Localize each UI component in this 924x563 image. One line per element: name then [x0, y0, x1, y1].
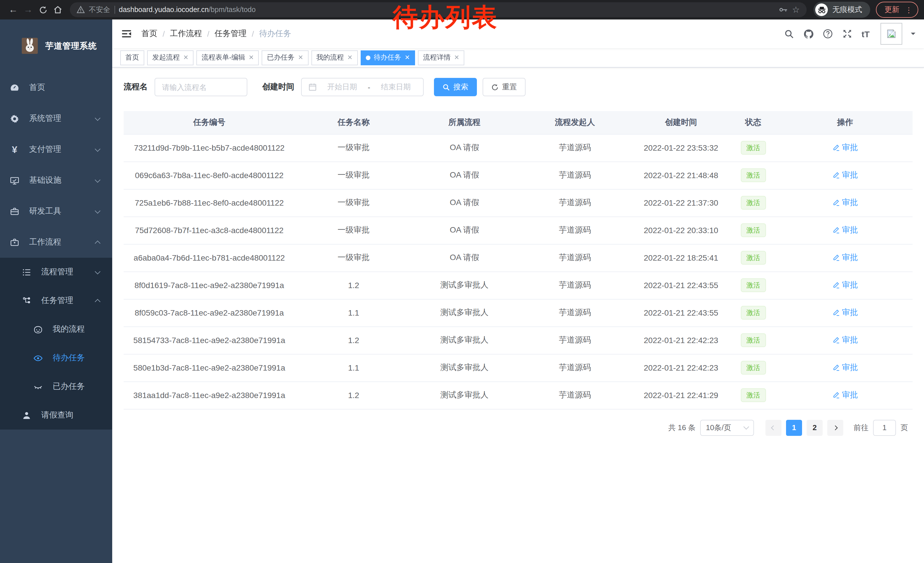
page-size-select[interactable]: 10条/页 — [700, 419, 754, 435]
start-date-placeholder[interactable]: 开始日期 — [322, 82, 363, 92]
status-badge: 激活 — [741, 333, 766, 347]
tab-process-detail[interactable]: 流程详情✕ — [418, 50, 464, 65]
approve-link[interactable]: 审批 — [832, 170, 858, 180]
table-row: 58154733-7ac8-11ec-a9e2-a2380e71991a 1.2… — [124, 326, 912, 354]
end-date-placeholder[interactable]: 结束日期 — [375, 82, 416, 92]
chevron-down-icon — [95, 268, 100, 274]
browser-update-button[interactable]: 更新 ⋮ — [876, 2, 918, 18]
process-name-input[interactable] — [162, 83, 240, 92]
sidebar-item-devtools[interactable]: 研发工具 — [0, 196, 112, 227]
table-row: 8f059c03-7ac8-11ec-a9e2-a2380e71991a 1.1… — [124, 299, 912, 326]
close-icon[interactable]: ✕ — [249, 54, 254, 61]
sidebar-item-leave-query[interactable]: 请假查询 — [0, 401, 112, 429]
url-text[interactable]: dashboard.yudao.iocoder.cn/bpm/task/todo — [119, 6, 256, 14]
tab-process-form-edit[interactable]: 流程表单-编辑✕ — [196, 50, 259, 65]
cell-task-name: 1.1 — [295, 354, 412, 381]
monitor-icon — [10, 176, 20, 185]
address-bar[interactable]: 不安全 dashboard.yudao.iocoder.cn/bpm/task/… — [70, 2, 807, 17]
approve-link[interactable]: 审批 — [832, 335, 858, 345]
fullscreen-icon[interactable] — [842, 29, 853, 39]
browser-reload-icon[interactable] — [36, 2, 50, 17]
close-icon[interactable]: ✕ — [347, 54, 352, 61]
edit-pencil-icon — [832, 254, 840, 261]
sidebar-logo[interactable]: 芋道管理系统 — [0, 20, 112, 72]
status-badge: 激活 — [741, 361, 766, 375]
prev-page-button[interactable] — [765, 419, 782, 435]
edit-pencil-icon — [832, 392, 840, 399]
page-unit-label: 页 — [900, 422, 908, 433]
breadcrumb-current: 待办任务 — [259, 29, 291, 39]
bookmark-star-icon[interactable]: ☆ — [792, 5, 800, 15]
browser-back-icon[interactable]: ← — [6, 2, 21, 17]
cell-task-name: 1.2 — [295, 272, 412, 299]
edit-pencil-icon — [832, 364, 840, 371]
table-row: 381aa1dd-7ac8-11ec-a9e2-a2380e71991a 1.2… — [124, 381, 912, 409]
cell-starter: 芋道源码 — [516, 326, 633, 354]
page-button-2[interactable]: 2 — [807, 419, 823, 435]
sidebar-item-workflow[interactable]: 工作流程 — [0, 227, 112, 258]
sidebar-item-done-task[interactable]: 已办任务 — [0, 372, 112, 401]
process-name-input-wrap — [154, 78, 248, 96]
close-icon[interactable]: ✕ — [454, 54, 459, 61]
page-button-1[interactable]: 1 — [786, 419, 802, 435]
edit-pencil-icon — [832, 336, 840, 344]
table-row: 069c6a63-7b8a-11ec-8ef0-acde48001122 一级审… — [124, 162, 912, 189]
chevron-down-icon — [95, 146, 100, 152]
screen: ← → 不安全 dashboard.yudao.iocoder.cn/bpm/t… — [0, 0, 924, 563]
approve-link[interactable]: 审批 — [832, 363, 858, 373]
breadcrumb-task-mgmt[interactable]: 任务管理 — [214, 29, 247, 39]
approve-link[interactable]: 审批 — [832, 308, 858, 318]
workflow-submenu: 流程管理 任务管理 我的流程 — [0, 258, 112, 429]
approve-link[interactable]: 审批 — [832, 198, 858, 208]
search-icon[interactable] — [784, 29, 795, 39]
github-icon[interactable] — [803, 29, 814, 39]
font-size-icon[interactable]: tT — [862, 29, 870, 39]
incognito-icon — [815, 3, 828, 16]
sidebar-item-process-mgmt[interactable]: 流程管理 — [0, 258, 112, 286]
close-icon[interactable]: ✕ — [298, 54, 303, 61]
breadcrumb-workflow[interactable]: 工作流程 — [170, 29, 202, 39]
sidebar-collapse-icon[interactable] — [121, 28, 132, 39]
close-icon[interactable]: ✕ — [183, 54, 188, 61]
security-label[interactable]: 不安全 — [89, 5, 110, 15]
cell-created: 2022-01-21 22:42:23 — [633, 354, 729, 381]
password-key-icon[interactable] — [779, 6, 788, 13]
sidebar-item-infra[interactable]: 基础设施 — [0, 165, 112, 196]
goto-page-input[interactable] — [873, 419, 896, 435]
browser-forward-icon[interactable]: → — [21, 2, 36, 17]
close-icon[interactable]: ✕ — [405, 54, 410, 61]
sidebar-item-payment[interactable]: ¥ 支付管理 — [0, 134, 112, 165]
avatar-dropdown-caret-icon[interactable] — [911, 33, 915, 37]
table-row: 73211d9d-7b9b-11ec-b5b7-acde48001122 一级审… — [124, 134, 912, 162]
tab-done-task[interactable]: 已办任务✕ — [262, 50, 308, 65]
sidebar-item-home[interactable]: 首页 — [0, 72, 112, 103]
browser-home-icon[interactable] — [50, 2, 65, 17]
sidebar-item-system[interactable]: 系统管理 — [0, 103, 112, 134]
approve-link[interactable]: 审批 — [832, 390, 858, 400]
search-button[interactable]: 搜索 — [434, 78, 477, 96]
sidebar-item-task-mgmt[interactable]: 任务管理 — [0, 286, 112, 315]
approve-link[interactable]: 审批 — [832, 143, 858, 153]
reset-button[interactable]: 重置 — [483, 78, 525, 96]
approve-link[interactable]: 审批 — [832, 225, 858, 236]
approve-link[interactable]: 审批 — [832, 252, 858, 263]
sidebar-item-todo-task[interactable]: 待办任务 — [0, 344, 112, 372]
update-label[interactable]: 更新 — [885, 5, 899, 15]
tab-home[interactable]: 首页 — [120, 50, 144, 65]
breadcrumb-home[interactable]: 首页 — [141, 29, 158, 39]
date-range-picker[interactable]: 开始日期 - 结束日期 — [301, 78, 424, 96]
tab-start-process[interactable]: 发起流程✕ — [147, 50, 194, 65]
avatar[interactable] — [880, 23, 902, 45]
cell-task-id: a6aba0a4-7b6d-11ec-b781-acde48001122 — [124, 244, 295, 272]
sidebar-item-my-process[interactable]: 我的流程 — [0, 315, 112, 344]
approve-link[interactable]: 审批 — [832, 280, 858, 290]
browser-menu-icon[interactable]: ⋮ — [905, 6, 912, 14]
next-page-button[interactable] — [827, 419, 843, 435]
tab-todo-task[interactable]: 待办任务✕ — [361, 50, 415, 65]
chevron-up-icon — [95, 299, 100, 305]
help-icon[interactable] — [823, 29, 834, 39]
col-actions: 操作 — [778, 111, 912, 134]
tab-my-process[interactable]: 我的流程✕ — [311, 50, 357, 65]
person-icon — [22, 410, 32, 420]
chevron-right-icon — [833, 425, 838, 430]
